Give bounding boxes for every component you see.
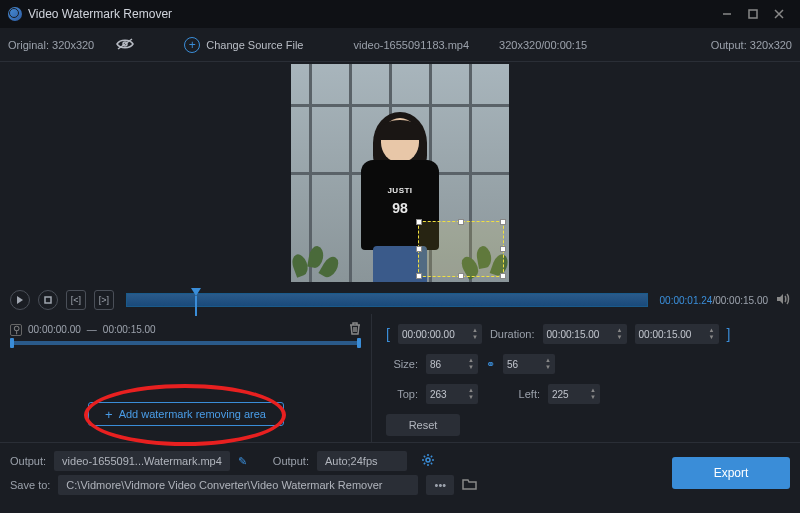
area-list-panel: ⚲ 00:00:00.00 — 00:00:15.00 + Add waterm… <box>0 314 372 442</box>
duration-input[interactable]: 00:00:15.00▲▼ <box>543 324 627 344</box>
handle-bl[interactable] <box>416 273 422 279</box>
edit-output-icon[interactable]: ✎ <box>238 455 247 468</box>
reset-button[interactable]: Reset <box>386 414 460 436</box>
frame-fwd-button[interactable]: [>] <box>94 290 114 310</box>
handle-ml[interactable] <box>416 246 422 252</box>
clip-start-handle[interactable] <box>10 338 14 348</box>
app-title: Video Watermark Remover <box>28 7 714 21</box>
clip-track[interactable] <box>10 341 361 345</box>
clip-end-handle[interactable] <box>357 338 361 348</box>
properties-panel: [ 00:00:00.00▲▼ Duration: 00:00:15.00▲▼ … <box>372 314 800 442</box>
bracket-out-icon[interactable]: ] <box>727 326 731 342</box>
browse-save-button[interactable]: ••• <box>426 475 454 495</box>
save-to-label: Save to: <box>10 479 50 491</box>
plus-icon: + <box>184 37 200 53</box>
top-label: Top: <box>386 388 418 400</box>
size-label: Size: <box>386 358 418 370</box>
timecode: 00:00:01.24/00:00:15.00 <box>660 295 768 306</box>
anchor-icon[interactable]: ⚲ <box>10 324 22 336</box>
size-width-input[interactable]: 86▲▼ <box>426 354 478 374</box>
original-label: Original: 320x320 <box>8 39 94 51</box>
playhead[interactable] <box>191 288 201 296</box>
preview-area: JUSTI 98 <box>0 62 800 286</box>
top-input[interactable]: 263▲▼ <box>426 384 478 404</box>
titlebar: Video Watermark Remover <box>0 0 800 28</box>
handle-bm[interactable] <box>458 273 464 279</box>
plant-left <box>291 234 343 282</box>
range-start: 00:00:00.00 <box>28 324 81 335</box>
start-time-input[interactable]: 00:00:00.00▲▼ <box>398 324 482 344</box>
video-frame[interactable]: JUSTI 98 <box>291 64 509 282</box>
bracket-in-icon[interactable]: [ <box>386 326 390 342</box>
handle-tm[interactable] <box>458 219 464 225</box>
handle-tl[interactable] <box>416 219 422 225</box>
play-button[interactable] <box>10 290 30 310</box>
svg-point-3 <box>426 458 430 462</box>
handle-br[interactable] <box>500 273 506 279</box>
playback-controls: [<] [>] 00:00:01.24/00:00:15.00 <box>0 286 800 314</box>
svg-rect-2 <box>45 297 51 303</box>
filename-text: video-1655091183.mp4 <box>353 39 469 51</box>
clip-range-row: ⚲ 00:00:00.00 — 00:00:15.00 <box>10 322 361 337</box>
duration-label: Duration: <box>490 328 535 340</box>
volume-icon[interactable] <box>776 293 790 307</box>
save-path-field[interactable]: C:\Vidmore\Vidmore Video Converter\Video… <box>58 475 418 495</box>
source-bar: Original: 320x320 + Change Source File v… <box>0 28 800 62</box>
link-aspect-icon[interactable]: ⚭ <box>486 358 495 371</box>
stop-button[interactable] <box>38 290 58 310</box>
plus-icon: + <box>105 407 113 422</box>
timeline-scrubber[interactable] <box>126 293 648 307</box>
export-button[interactable]: Export <box>672 457 790 489</box>
minimize-button[interactable] <box>714 4 740 24</box>
handle-tr[interactable] <box>500 219 506 225</box>
handle-mr[interactable] <box>500 246 506 252</box>
compare-toggle-icon[interactable] <box>116 38 134 52</box>
close-button[interactable] <box>766 4 792 24</box>
size-height-input[interactable]: 56▲▼ <box>503 354 555 374</box>
maximize-button[interactable] <box>740 4 766 24</box>
add-watermark-area-button[interactable]: + Add watermark removing area <box>88 402 284 426</box>
app-logo-icon <box>8 7 22 21</box>
panels: ⚲ 00:00:00.00 — 00:00:15.00 + Add waterm… <box>0 314 800 442</box>
output-format-field[interactable]: Auto;24fps <box>317 451 407 471</box>
end-time-input[interactable]: 00:00:15.00▲▼ <box>635 324 719 344</box>
output-format-label: Output: <box>273 455 309 467</box>
left-input[interactable]: 225▲▼ <box>548 384 600 404</box>
range-end: 00:00:15.00 <box>103 324 156 335</box>
output-settings-icon[interactable] <box>421 453 435 469</box>
left-label: Left: <box>508 388 540 400</box>
delete-area-button[interactable] <box>349 322 361 337</box>
footer: Output: video-1655091...Watermark.mp4 ✎ … <box>0 442 800 502</box>
change-source-button[interactable]: + Change Source File <box>184 37 303 53</box>
output-filename-field[interactable]: video-1655091...Watermark.mp4 <box>54 451 230 471</box>
output-file-label: Output: <box>10 455 46 467</box>
svg-rect-0 <box>749 10 757 18</box>
file-dim-duration: 320x320/00:00:15 <box>499 39 587 51</box>
frame-back-button[interactable]: [<] <box>66 290 86 310</box>
output-dim-text: Output: 320x320 <box>711 39 792 51</box>
watermark-selection-box[interactable] <box>418 221 504 277</box>
open-folder-icon[interactable] <box>462 478 477 492</box>
